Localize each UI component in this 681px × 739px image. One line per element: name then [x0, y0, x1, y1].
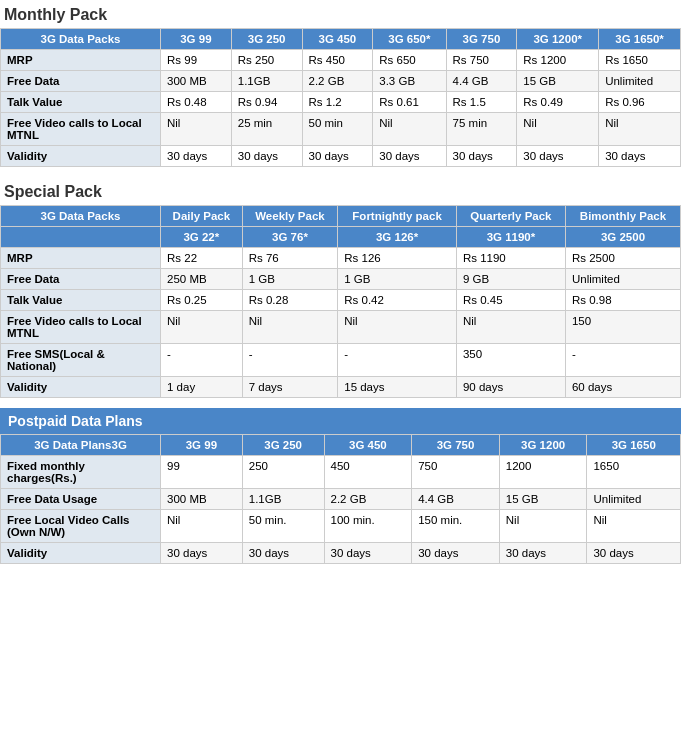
monthly-cell-0-2: Rs 250	[231, 50, 302, 71]
postpaid-cell-1-5: 15 GB	[499, 489, 587, 510]
special-col2-4: 3G 1190*	[456, 227, 565, 248]
special-cell-4-2: -	[242, 344, 338, 377]
monthly-cell-1-6: 15 GB	[517, 71, 599, 92]
postpaid-cell-3-6: 30 days	[587, 543, 681, 564]
postpaid-row-3: Validity30 days30 days30 days30 days30 d…	[1, 543, 681, 564]
special-cell-2-2: Rs 0.28	[242, 290, 338, 311]
postpaid-cell-1-3: 2.2 GB	[324, 489, 412, 510]
monthly-cell-1-1: 300 MB	[161, 71, 232, 92]
monthly-cell-2-0: Talk Value	[1, 92, 161, 113]
special-cell-2-4: Rs 0.45	[456, 290, 565, 311]
special-col1-1: Daily Pack	[161, 206, 243, 227]
postpaid-cell-2-0: Free Local Video Calls (Own N/W)	[1, 510, 161, 543]
special-cell-5-4: 90 days	[456, 377, 565, 398]
monthly-cell-1-3: 2.2 GB	[302, 71, 373, 92]
special-cell-1-5: Unlimited	[565, 269, 680, 290]
monthly-cell-0-7: Rs 1650	[599, 50, 681, 71]
monthly-row-1: Free Data300 MB1.1GB2.2 GB3.3 GB4.4 GB15…	[1, 71, 681, 92]
monthly-cell-0-0: MRP	[1, 50, 161, 71]
special-row-4: Free SMS(Local & National)---350-	[1, 344, 681, 377]
special-cell-3-0: Free Video calls to Local MTNL	[1, 311, 161, 344]
special-cell-4-3: -	[338, 344, 457, 377]
monthly-cell-3-0: Free Video calls to Local MTNL	[1, 113, 161, 146]
special-cell-0-0: MRP	[1, 248, 161, 269]
monthly-row-0: MRPRs 99Rs 250Rs 450Rs 650Rs 750Rs 1200R…	[1, 50, 681, 71]
monthly-cell-3-6: Nil	[517, 113, 599, 146]
special-cell-2-1: Rs 0.25	[161, 290, 243, 311]
postpaid-cell-3-0: Validity	[1, 543, 161, 564]
postpaid-cell-1-0: Free Data Usage	[1, 489, 161, 510]
postpaid-cell-0-0: Fixed monthly charges(Rs.)	[1, 456, 161, 489]
postpaid-table: 3G Data Plans3G3G 993G 2503G 4503G 7503G…	[0, 434, 681, 564]
postpaid-cell-1-4: 4.4 GB	[412, 489, 500, 510]
monthly-cell-4-4: 30 days	[373, 146, 446, 167]
monthly-col-3: 3G 450	[302, 29, 373, 50]
special-cell-4-5: -	[565, 344, 680, 377]
monthly-cell-3-2: 25 min	[231, 113, 302, 146]
monthly-col-0: 3G Data Packs	[1, 29, 161, 50]
special-section: Special Pack 3G Data PacksDaily PackWeek…	[0, 177, 681, 398]
monthly-cell-2-3: Rs 1.2	[302, 92, 373, 113]
special-cell-1-2: 1 GB	[242, 269, 338, 290]
special-col2-2: 3G 76*	[242, 227, 338, 248]
special-col1-3: Fortnightly pack	[338, 206, 457, 227]
special-cell-2-0: Talk Value	[1, 290, 161, 311]
special-cell-4-0: Free SMS(Local & National)	[1, 344, 161, 377]
postpaid-section: Postpaid Data Plans 3G Data Plans3G3G 99…	[0, 408, 681, 564]
monthly-cell-1-0: Free Data	[1, 71, 161, 92]
special-header-row2: 3G 22*3G 76*3G 126*3G 1190*3G 2500	[1, 227, 681, 248]
postpaid-cell-2-2: 50 min.	[242, 510, 324, 543]
special-cell-3-3: Nil	[338, 311, 457, 344]
monthly-row-3: Free Video calls to Local MTNLNil25 min5…	[1, 113, 681, 146]
monthly-cell-1-5: 4.4 GB	[446, 71, 517, 92]
postpaid-cell-3-2: 30 days	[242, 543, 324, 564]
special-cell-3-5: 150	[565, 311, 680, 344]
special-cell-5-2: 7 days	[242, 377, 338, 398]
monthly-cell-4-6: 30 days	[517, 146, 599, 167]
special-cell-2-5: Rs 0.98	[565, 290, 680, 311]
postpaid-cell-2-5: Nil	[499, 510, 587, 543]
postpaid-cell-3-1: 30 days	[161, 543, 243, 564]
special-cell-5-0: Validity	[1, 377, 161, 398]
special-col1-4: Quarterly Pack	[456, 206, 565, 227]
postpaid-cell-0-6: 1650	[587, 456, 681, 489]
monthly-cell-2-5: Rs 1.5	[446, 92, 517, 113]
monthly-row-4: Validity30 days30 days30 days30 days30 d…	[1, 146, 681, 167]
postpaid-col-4: 3G 750	[412, 435, 500, 456]
postpaid-col-3: 3G 450	[324, 435, 412, 456]
monthly-cell-0-4: Rs 650	[373, 50, 446, 71]
monthly-cell-4-5: 30 days	[446, 146, 517, 167]
monthly-title: Monthly Pack	[0, 0, 681, 28]
monthly-cell-3-4: Nil	[373, 113, 446, 146]
special-title: Special Pack	[0, 177, 681, 205]
monthly-cell-2-7: Rs 0.96	[599, 92, 681, 113]
monthly-cell-4-0: Validity	[1, 146, 161, 167]
monthly-cell-3-5: 75 min	[446, 113, 517, 146]
special-cell-1-3: 1 GB	[338, 269, 457, 290]
postpaid-header-row: 3G Data Plans3G3G 993G 2503G 4503G 7503G…	[1, 435, 681, 456]
special-row-5: Validity1 day7 days15 days90 days60 days	[1, 377, 681, 398]
special-cell-1-4: 9 GB	[456, 269, 565, 290]
special-row-0: MRPRs 22Rs 76Rs 126Rs 1190Rs 2500	[1, 248, 681, 269]
special-cell-0-4: Rs 1190	[456, 248, 565, 269]
special-table: 3G Data PacksDaily PackWeekly PackFortni…	[0, 205, 681, 398]
postpaid-cell-2-4: 150 min.	[412, 510, 500, 543]
monthly-cell-1-7: Unlimited	[599, 71, 681, 92]
postpaid-cell-3-4: 30 days	[412, 543, 500, 564]
monthly-cell-4-2: 30 days	[231, 146, 302, 167]
special-row-3: Free Video calls to Local MTNLNilNilNilN…	[1, 311, 681, 344]
postpaid-row-1: Free Data Usage300 MB1.1GB2.2 GB4.4 GB15…	[1, 489, 681, 510]
monthly-header-row: 3G Data Packs3G 993G 2503G 4503G 650*3G …	[1, 29, 681, 50]
monthly-col-7: 3G 1650*	[599, 29, 681, 50]
monthly-cell-1-4: 3.3 GB	[373, 71, 446, 92]
special-cell-2-3: Rs 0.42	[338, 290, 457, 311]
postpaid-cell-1-1: 300 MB	[161, 489, 243, 510]
monthly-cell-0-3: Rs 450	[302, 50, 373, 71]
special-cell-3-4: Nil	[456, 311, 565, 344]
monthly-cell-2-4: Rs 0.61	[373, 92, 446, 113]
monthly-cell-2-1: Rs 0.48	[161, 92, 232, 113]
special-header-row1: 3G Data PacksDaily PackWeekly PackFortni…	[1, 206, 681, 227]
monthly-cell-4-7: 30 days	[599, 146, 681, 167]
monthly-cell-4-3: 30 days	[302, 146, 373, 167]
monthly-col-5: 3G 750	[446, 29, 517, 50]
